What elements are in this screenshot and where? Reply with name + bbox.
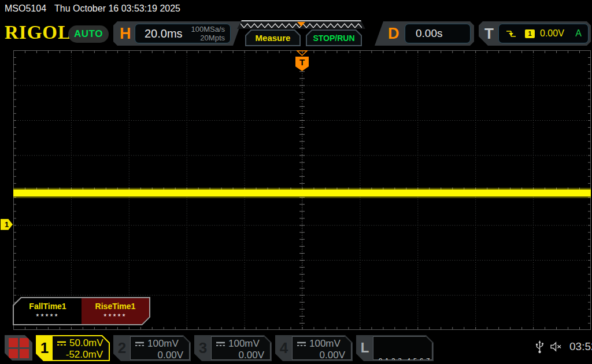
delay-settings-group[interactable]: D 0.00s (375, 21, 474, 46)
channel1-block[interactable]: 1 50.0mV -52.0mV (36, 335, 110, 361)
stop-run-button-label: STOP/RUN (313, 34, 354, 43)
channel2-block[interactable]: 2 100mV 0.00V (113, 335, 191, 361)
oscilloscope-screen: MSO5104 Thu October 16 03:53:19 2025 RIG… (0, 0, 592, 364)
trigger-sweep-mode: A (575, 28, 582, 39)
timebase-value: 20.0ms (145, 27, 183, 40)
channel1-scale: 50.0mV (69, 337, 103, 349)
dc-coupling-icon (135, 341, 145, 347)
status-icons: 03:52 (535, 340, 592, 354)
trigger-source-badge: 1 (525, 29, 535, 38)
top-status-bar: MSO5104 Thu October 16 03:53:19 2025 (5, 3, 180, 14)
model-name: MSO5104 (5, 3, 46, 14)
trigger-readout[interactable]: 1 0.00V A (498, 24, 589, 43)
trigger-position-pointer-icon[interactable] (297, 22, 305, 27)
measurement-name: RiseTime1 (82, 302, 149, 311)
channel4-number: 4 (275, 335, 293, 361)
delay-value[interactable]: 0.00s (405, 24, 471, 43)
clock-readout: 03:52 (569, 340, 592, 353)
main-menu-button[interactable] (5, 335, 32, 361)
channel1-number: 1 (36, 335, 53, 361)
channel2-number: 2 (113, 335, 131, 361)
waveform-position-indicator[interactable] (237, 20, 365, 29)
horizontal-settings-group[interactable]: H 20.0ms 100MSa/s 20Mpts (113, 21, 242, 46)
falling-edge-icon (505, 29, 517, 39)
logic-channel-list: 0 1 2 3 4 5 6 7 8 9 1011 12131415 (373, 336, 432, 360)
delay-label: D (388, 21, 399, 46)
channel1-trace (13, 188, 591, 198)
measure-button[interactable]: Measure (245, 29, 301, 46)
channel3-block[interactable]: 3 100mV 0.00V (194, 335, 272, 361)
usb-icon (535, 340, 544, 354)
dc-coupling-icon (57, 341, 66, 346)
rigol-logo: RIGOL (5, 22, 71, 43)
graticule-grid: T (13, 50, 591, 330)
logic-channels-row1: 0 1 2 3 4 5 6 7 (379, 356, 432, 364)
stop-run-button[interactable]: STOP/RUN (306, 29, 362, 46)
horizontal-label: H (120, 21, 131, 46)
sample-rate-readout: 100MSa/s 20Mpts (191, 25, 225, 42)
horizontal-readout[interactable]: 20.0ms 100MSa/s 20Mpts (135, 24, 231, 43)
logic-channels-block[interactable]: L 0 1 2 3 4 5 6 7 8 9 1011 12131415 (356, 335, 434, 361)
channel2-scale: 100mV (147, 338, 179, 350)
channel4-scale: 100mV (309, 338, 341, 350)
dc-coupling-icon (297, 341, 306, 347)
channel2-offset: 0.00V (131, 350, 189, 361)
memory-depth: 20Mpts (191, 34, 225, 42)
measurement-value: ***** (14, 312, 82, 321)
sample-rate: 100MSa/s (191, 25, 225, 34)
trigger-label: T (484, 21, 494, 46)
channel3-scale: 100mV (228, 338, 260, 350)
measurement-risetime[interactable]: RiseTime1 ***** (82, 298, 149, 324)
trigger-marker-letter: T (299, 57, 305, 67)
channel4-offset: 0.00V (293, 350, 351, 361)
channel3-offset: 0.00V (212, 350, 270, 361)
channel4-block[interactable]: 4 100mV 0.00V (275, 335, 353, 361)
channel1-offset-marker[interactable]: 1 (1, 219, 13, 230)
menu-grid-icon (9, 338, 29, 358)
measurement-name: FallTime1 (14, 302, 82, 311)
datetime-text: Thu October 16 03:53:19 2025 (54, 3, 180, 14)
speaker-muted-icon (550, 341, 564, 352)
measurement-falltime[interactable]: FallTime1 ***** (14, 298, 82, 324)
waveform-display-area: T (13, 50, 591, 330)
measurement-value: ***** (82, 312, 149, 321)
measurement-panel: FallTime1 ***** RiseTime1 ***** (13, 297, 150, 325)
trigger-level-value: 0.00V (540, 28, 564, 39)
dc-coupling-icon (216, 341, 225, 347)
channel3-number: 3 (194, 335, 212, 361)
measure-button-label: Measure (256, 33, 291, 43)
logic-block-label: L (356, 335, 373, 361)
channel1-offset: -52.0mV (53, 349, 109, 361)
acquisition-mode-badge: AUTO (68, 25, 109, 43)
trigger-settings-group[interactable]: T 1 0.00V A (479, 21, 591, 46)
